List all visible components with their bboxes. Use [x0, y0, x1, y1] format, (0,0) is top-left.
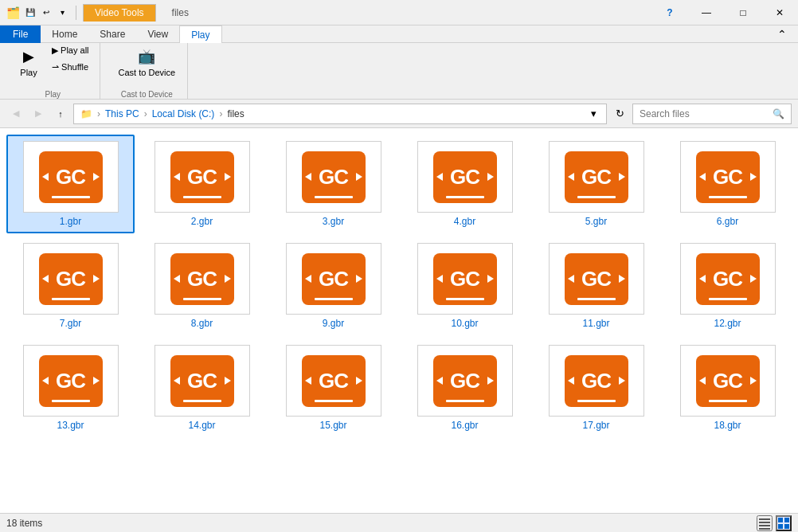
- toolbar-area: ◀ ▶ ↑ 📁 › This PC › Local Disk (C:) › fi…: [0, 100, 798, 128]
- svg-rect-6: [778, 524, 783, 529]
- gc-text: GC: [713, 268, 742, 289]
- file-item[interactable]: GC 13.gbr: [6, 338, 135, 437]
- file-item[interactable]: GC 11.gbr: [532, 237, 660, 335]
- file-item[interactable]: GC 2.gbr: [138, 135, 266, 233]
- breadcrumb-localdisk[interactable]: Local Disk (C:): [152, 108, 215, 119]
- file-thumbnail: GC: [549, 141, 644, 213]
- gc-arrow-left-icon: [42, 377, 49, 385]
- gc-logo: GC: [39, 151, 103, 203]
- svg-rect-4: [778, 518, 783, 522]
- gc-arrow-right-icon: [356, 173, 362, 181]
- svg-rect-3: [759, 528, 770, 530]
- gc-arrow-right-icon: [93, 377, 100, 385]
- file-name: 16.gbr: [451, 420, 478, 431]
- gc-text: GC: [319, 370, 348, 391]
- file-thumbnail: GC: [286, 243, 381, 315]
- file-item[interactable]: GC 15.gbr: [269, 338, 397, 437]
- file-item[interactable]: GC 18.gbr: [663, 338, 792, 437]
- refresh-button[interactable]: ↻: [610, 104, 629, 123]
- file-item[interactable]: GC 7.gbr: [6, 237, 135, 335]
- play-all-button[interactable]: ▶ Play all: [48, 43, 93, 58]
- file-item[interactable]: GC 5.gbr: [532, 135, 660, 233]
- tab-play[interactable]: Play: [179, 25, 221, 43]
- file-thumbnail: GC: [286, 345, 381, 417]
- gc-logo: GC: [433, 151, 497, 203]
- tab-file[interactable]: File: [0, 25, 41, 43]
- file-thumbnail: GC: [286, 141, 381, 213]
- tab-view[interactable]: View: [136, 25, 179, 43]
- gc-underline: [52, 298, 90, 300]
- file-thumbnail: GC: [549, 243, 644, 315]
- file-item[interactable]: GC 6.gbr: [663, 135, 792, 233]
- file-thumbnail: GC: [155, 345, 250, 417]
- tab-video-tools[interactable]: Video Tools: [83, 4, 156, 22]
- search-icon: 🔍: [773, 108, 784, 119]
- file-name: 4.gbr: [454, 216, 475, 227]
- tab-share[interactable]: Share: [88, 25, 136, 43]
- gc-arrow-right-icon: [356, 275, 362, 283]
- file-name: 3.gbr: [323, 216, 344, 227]
- file-item[interactable]: GC 16.gbr: [401, 338, 529, 437]
- file-item[interactable]: GC 1.gbr: [6, 135, 135, 233]
- minimize-button[interactable]: —: [688, 0, 725, 25]
- dropdown-button[interactable]: ▾: [55, 6, 69, 20]
- gc-arrow-left-icon: [699, 173, 706, 181]
- gc-logo: GC: [696, 151, 760, 203]
- file-item[interactable]: GC 14.gbr: [138, 338, 266, 437]
- shuffle-button[interactable]: ⇀ Shuffle: [48, 60, 93, 75]
- file-item[interactable]: GC 9.gbr: [269, 237, 397, 335]
- address-dropdown-button[interactable]: ▾: [587, 108, 600, 120]
- gc-text: GC: [450, 268, 479, 289]
- file-name: 12.gbr: [714, 318, 741, 329]
- search-bar[interactable]: 🔍: [632, 104, 792, 124]
- file-name: 14.gbr: [188, 420, 215, 431]
- undo-button[interactable]: ↩: [39, 6, 53, 20]
- gc-text: GC: [450, 166, 479, 187]
- tab-home[interactable]: Home: [41, 25, 88, 43]
- list-view-button[interactable]: [757, 515, 773, 531]
- gc-arrow-left-icon: [305, 173, 311, 181]
- gc-text: GC: [581, 166, 611, 187]
- up-button[interactable]: ↑: [51, 104, 70, 123]
- breadcrumb-thispc[interactable]: This PC: [105, 108, 139, 119]
- gc-text: GC: [187, 166, 217, 187]
- address-bar[interactable]: 📁 › This PC › Local Disk (C:) › files ▾: [73, 104, 607, 124]
- gc-logo: GC: [39, 355, 103, 407]
- file-item[interactable]: GC 8.gbr: [138, 237, 266, 335]
- gc-arrow-left-icon: [305, 377, 311, 385]
- close-button[interactable]: ✕: [761, 0, 798, 25]
- file-item[interactable]: GC 4.gbr: [401, 135, 529, 233]
- help-button[interactable]: ?: [651, 0, 688, 25]
- file-item[interactable]: GC 3.gbr: [269, 135, 397, 233]
- gc-arrow-right-icon: [93, 275, 100, 283]
- title-bar-left: 🗂️ 💾 ↩ ▾ Video Tools files: [6, 4, 189, 22]
- gc-underline: [577, 298, 616, 300]
- grid-view-button[interactable]: [776, 515, 792, 531]
- file-item[interactable]: GC 17.gbr: [532, 338, 660, 437]
- forward-button[interactable]: ▶: [29, 104, 48, 123]
- save-button[interactable]: 💾: [23, 6, 37, 20]
- file-name: 1.gbr: [60, 216, 81, 227]
- cast-button[interactable]: 📺 Cast to Device: [113, 43, 182, 81]
- gc-text: GC: [581, 370, 611, 391]
- maximize-button[interactable]: □: [725, 0, 761, 25]
- file-name: 7.gbr: [60, 318, 81, 329]
- title-bar: 🗂️ 💾 ↩ ▾ Video Tools files ? — □ ✕: [0, 0, 798, 25]
- gc-arrow-right-icon: [487, 173, 494, 181]
- ribbon-collapse-button[interactable]: ⌃: [773, 25, 792, 44]
- search-input[interactable]: [640, 108, 769, 119]
- gc-underline: [446, 400, 484, 402]
- back-button[interactable]: ◀: [6, 104, 25, 123]
- file-item[interactable]: GC 10.gbr: [401, 237, 529, 335]
- gc-arrow-left-icon: [699, 275, 706, 283]
- window-icons: 🗂️: [6, 6, 20, 19]
- item-count: 18 items: [6, 518, 42, 529]
- ribbon: File Home Share View Play ⌃ ▶ Play: [0, 25, 798, 100]
- gc-arrow-right-icon: [225, 275, 231, 283]
- file-item[interactable]: GC 12.gbr: [663, 237, 792, 335]
- window-controls: ? — □ ✕: [651, 0, 798, 25]
- play-button[interactable]: ▶ Play: [13, 43, 45, 81]
- file-name: 13.gbr: [57, 420, 84, 431]
- svg-rect-0: [759, 518, 770, 520]
- file-thumbnail: GC: [23, 345, 119, 417]
